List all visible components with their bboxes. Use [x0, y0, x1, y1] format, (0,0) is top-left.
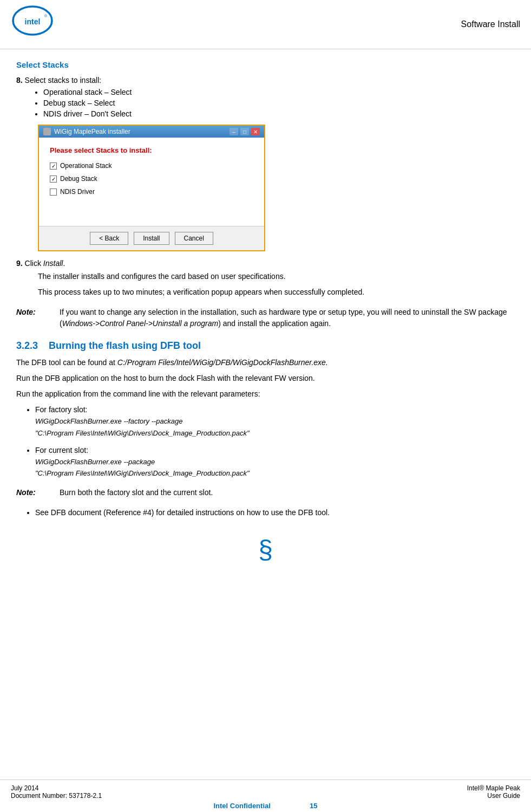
checkbox-operational-label: Operational Stack: [60, 162, 112, 170]
header: intel ® Software Install: [0, 0, 531, 49]
back-button[interactable]: < Back: [90, 232, 128, 245]
section-symbol: §: [16, 535, 515, 564]
section-323-para2: Run the DFB application on the host to b…: [16, 373, 515, 384]
see-dfb-list: See DFB document (Reference #4) for deta…: [35, 507, 515, 518]
checkbox-ndis-label: NDIS Driver: [60, 188, 95, 196]
footer-left: July 2014 Document Number: 537178-2.1: [11, 784, 102, 800]
checkbox-operational-box[interactable]: ✓: [50, 163, 57, 170]
footer-confidential: Intel Confidential: [213, 802, 270, 810]
section-323: 3.2.3 Burning the flash using DFB tool T…: [16, 340, 515, 479]
step9-para1: The installer installs and configures th…: [38, 271, 515, 282]
checkbox-debug-label: Debug Stack: [60, 175, 97, 183]
footer-top: July 2014 Document Number: 537178-2.1 In…: [11, 784, 520, 800]
intel-logo: intel ®: [11, 5, 54, 43]
installer-body: Please select Stacks to install: ✓ Opera…: [39, 138, 264, 226]
minimize-button[interactable]: –: [230, 128, 238, 135]
step-9: 9. Click Install. The installer installs…: [16, 259, 515, 298]
see-dfb-item: See DFB document (Reference #4) for deta…: [35, 507, 515, 518]
installer-title: WiGig MaplePeak installer: [54, 128, 130, 135]
section-323-title: 3.2.3 Burning the flash using DFB tool: [16, 340, 515, 352]
bullet-current-label: For current slot:: [35, 446, 88, 454]
footer-date: July 2014: [11, 784, 102, 792]
step8-label: 8. Select stacks to install:: [16, 76, 515, 85]
installer-window: WiGig MaplePeak installer – □ ✕ Please s…: [38, 125, 265, 251]
checkbox-ndis-box[interactable]: [50, 189, 57, 196]
list-item: For factory slot: WiGigDockFlashBurner.e…: [35, 404, 515, 439]
note-1-block: Note: If you want to change any selectio…: [16, 307, 515, 329]
installer-titlebar: WiGig MaplePeak installer – □ ✕: [39, 126, 264, 138]
footer-page: 15: [310, 802, 317, 810]
bullet-factory-label: For factory slot:: [35, 405, 87, 414]
note1-label: Note:: [16, 307, 49, 329]
note2-text: Burn both the factory slot and the curre…: [60, 487, 213, 498]
list-item: For current slot: WiGigDockFlashBurner.e…: [35, 445, 515, 480]
titlebar-left: WiGig MaplePeak installer: [43, 128, 130, 135]
list-item: Debug stack – Select: [43, 99, 515, 107]
bullet-current-code: WiGigDockFlashBurner.exe --package"C:\Pr…: [35, 458, 250, 478]
step9-para2: This process takes up to two minutes; a …: [38, 287, 515, 298]
installer-footer: < Back Install Cancel: [39, 226, 264, 250]
footer-guide: User Guide: [467, 792, 520, 800]
checkbox-debug: ✓ Debug Stack: [50, 175, 253, 183]
maximize-button[interactable]: □: [240, 128, 249, 135]
checkbox-operational: ✓ Operational Stack: [50, 162, 253, 170]
footer-product: Intel® Maple Peak: [467, 784, 520, 792]
note2-label: Note:: [16, 487, 49, 498]
checkbox-ndis: NDIS Driver: [50, 188, 253, 196]
section-323-bullets: For factory slot: WiGigDockFlashBurner.e…: [35, 404, 515, 479]
step-8: 8. Select stacks to install: Operational…: [16, 76, 515, 118]
page: intel ® Software Install Select Stacks 8…: [0, 0, 531, 812]
bullet-factory-code: WiGigDockFlashBurner.exe --factory --pac…: [35, 417, 250, 437]
step8-bullets: Operational stack – Select Debug stack –…: [43, 88, 515, 118]
section-323-para1: The DFB tool can be found at C:/Program …: [16, 357, 515, 368]
install-button[interactable]: Install: [134, 232, 169, 245]
titlebar-buttons: – □ ✕: [230, 128, 260, 135]
footer-doc-number: Document Number: 537178-2.1: [11, 792, 102, 800]
footer: July 2014 Document Number: 537178-2.1 In…: [0, 779, 531, 812]
content: Select Stacks 8. Select stacks to instal…: [0, 49, 531, 608]
close-button[interactable]: ✕: [251, 128, 260, 135]
footer-center: Intel Confidential 15: [11, 802, 520, 810]
checkbox-debug-box[interactable]: ✓: [50, 176, 57, 183]
svg-text:®: ®: [44, 14, 48, 18]
list-item: Operational stack – Select: [43, 88, 515, 96]
note1-text: If you want to change any selection in t…: [60, 307, 515, 329]
installer-icon: [43, 128, 51, 135]
section-heading: Select Stacks: [16, 60, 515, 69]
svg-text:intel: intel: [25, 17, 41, 26]
note-2-block: Note: Burn both the factory slot and the…: [16, 487, 515, 498]
installer-heading: Please select Stacks to install:: [50, 146, 253, 154]
cancel-button[interactable]: Cancel: [175, 232, 213, 245]
list-item: NDIS driver – Don't Select: [43, 109, 515, 118]
section-323-para3: Run the application from the command lin…: [16, 388, 515, 400]
header-title: Software Install: [461, 20, 520, 29]
footer-right: Intel® Maple Peak User Guide: [467, 784, 520, 800]
step9-instruction: 9. Click Install.: [16, 259, 515, 268]
